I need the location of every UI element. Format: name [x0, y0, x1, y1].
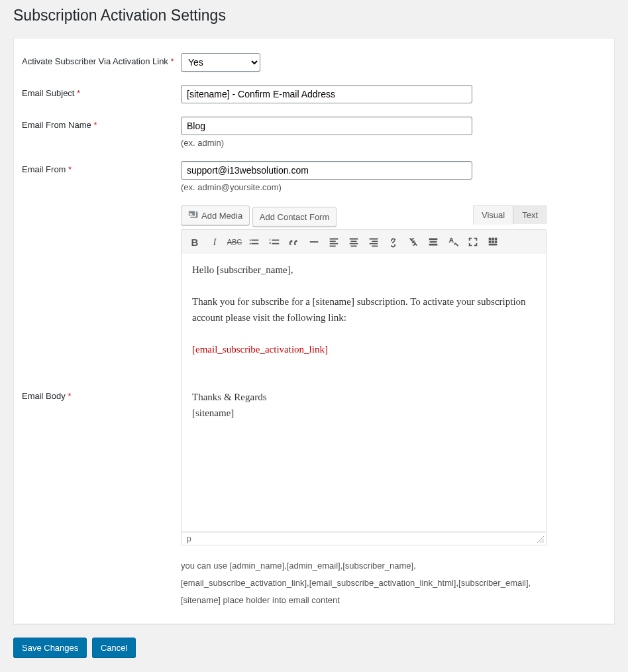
blockquote-icon[interactable] [285, 233, 303, 251]
tab-text[interactable]: Text [513, 205, 547, 224]
bullet-list-icon[interactable] [245, 233, 264, 251]
email-from-input[interactable] [181, 161, 472, 180]
from-email-hint: (ex. admin@yoursite.com) [181, 182, 600, 192]
bold-icon[interactable]: B [185, 233, 204, 251]
svg-rect-0 [310, 241, 319, 243]
toolbar-toggle-icon[interactable] [484, 233, 502, 251]
spellcheck-icon[interactable] [444, 233, 462, 251]
tab-visual[interactable]: Visual [473, 205, 513, 225]
strikethrough-icon[interactable]: ABC [225, 233, 244, 251]
hr-icon[interactable] [305, 233, 323, 251]
email-body-editor[interactable]: Hello [subscriber_name], Thank you for s… [181, 254, 547, 532]
svg-rect-5 [492, 241, 494, 243]
svg-rect-3 [495, 238, 497, 241]
placeholders-helper: you can use [admin_name],[admin_email],[… [181, 557, 547, 609]
activate-via-link-select[interactable]: Yes [181, 53, 260, 72]
italic-icon[interactable]: I [205, 233, 224, 251]
cancel-button[interactable]: Cancel [92, 638, 136, 657]
email-from-label: Email From * [22, 154, 181, 199]
settings-form: Activate Subscriber Via Activation Link … [13, 38, 615, 624]
align-center-icon[interactable] [344, 233, 363, 251]
email-subject-input[interactable] [181, 85, 472, 103]
svg-rect-2 [492, 238, 494, 241]
email-from-name-label: Email From Name * [22, 110, 181, 154]
page-title: Subscription Activation Settings [13, 7, 615, 25]
email-body-label: Email Body * [22, 199, 181, 616]
svg-rect-6 [495, 241, 497, 243]
align-right-icon[interactable] [364, 233, 383, 251]
body-activation-link: [email_subscribe_activation_link] [192, 341, 535, 357]
email-from-name-input[interactable] [181, 117, 472, 135]
number-list-icon[interactable] [265, 233, 284, 251]
svg-rect-1 [489, 238, 492, 241]
readmore-icon[interactable] [424, 233, 443, 251]
body-line: Hello [subscriber_name], [192, 262, 535, 278]
svg-rect-4 [489, 241, 492, 243]
unlink-icon[interactable] [404, 233, 423, 251]
link-icon[interactable] [384, 233, 403, 251]
add-contact-form-button[interactable]: Add Contact Form [252, 207, 337, 227]
activate-via-link-label: Activate Subscriber Via Activation Link … [22, 46, 181, 78]
media-icon [188, 209, 199, 222]
fullscreen-icon[interactable] [464, 233, 482, 251]
svg-rect-7 [489, 244, 497, 246]
body-line: Thanks & Regards [192, 389, 535, 405]
align-left-icon[interactable] [325, 233, 343, 251]
resize-handle-icon[interactable] [537, 535, 545, 543]
body-line: Thank you for subscribe for a [sitename]… [192, 294, 535, 325]
editor-toolbar: B I ABC [181, 229, 547, 254]
editor-statusbar: p [181, 532, 547, 545]
email-subject-label: Email Subject * [22, 78, 181, 110]
save-button[interactable]: Save Changes [13, 638, 87, 657]
from-name-hint: (ex. admin) [181, 138, 600, 148]
body-line: [sitename] [192, 405, 535, 421]
add-media-button[interactable]: Add Media [181, 205, 250, 225]
